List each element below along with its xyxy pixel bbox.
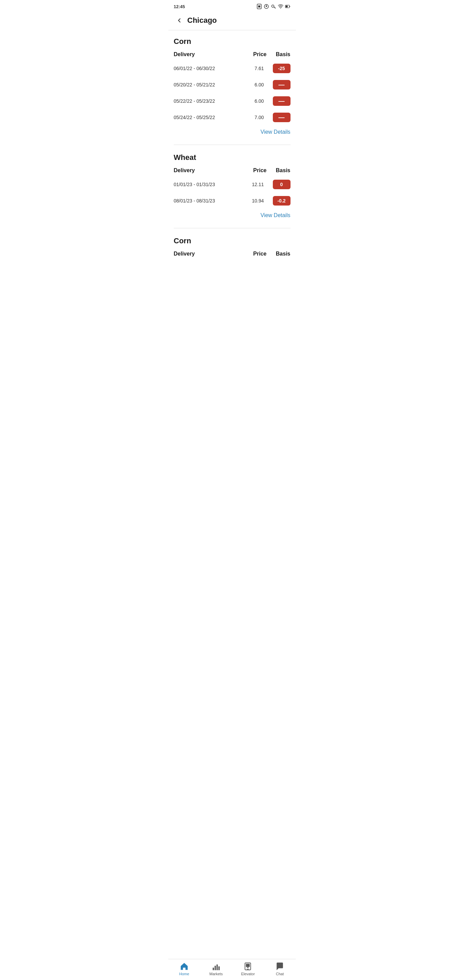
- price-cell: 7.61: [240, 66, 267, 71]
- price-cell: 6.00: [240, 82, 267, 88]
- price-cell: 7.00: [240, 115, 267, 120]
- view-details-wheat[interactable]: View Details: [174, 209, 291, 224]
- table-row: 06/01/22 - 06/30/22 7.61 -25: [174, 60, 291, 76]
- delivery-col-header: Delivery: [174, 251, 240, 257]
- wheat-section-title: Wheat: [174, 153, 291, 162]
- basis-badge: -25: [273, 64, 291, 73]
- table-row: 05/22/22 - 05/23/22 6.00 —: [174, 93, 291, 109]
- nav-elevator[interactable]: Elevator: [237, 962, 259, 976]
- delivery-col-header: Delivery: [174, 167, 240, 173]
- nav-chat[interactable]: Chat: [269, 962, 291, 976]
- svg-rect-10: [216, 964, 218, 970]
- chat-icon: [275, 962, 284, 971]
- page-title: Chicago: [188, 16, 217, 25]
- price-cell: 12.11: [240, 182, 267, 187]
- svg-point-3: [272, 5, 274, 8]
- table-row: 05/20/22 - 05/21/22 6.00 —: [174, 76, 291, 93]
- corn-section-title-2: Corn: [174, 237, 291, 245]
- svg-rect-6: [289, 6, 290, 7]
- table-row: 05/24/22 - 05/25/22 7.00 —: [174, 109, 291, 126]
- nav-markets[interactable]: Markets: [205, 962, 227, 976]
- basis-col-header: Basis: [267, 51, 291, 57]
- svg-rect-8: [213, 968, 214, 970]
- price-col-header: Price: [240, 51, 267, 57]
- delivery-cell: 05/22/22 - 05/23/22: [174, 98, 240, 104]
- basis-badge: -0.2: [273, 196, 291, 205]
- svg-rect-9: [214, 966, 216, 970]
- basis-cell: —: [267, 96, 291, 106]
- delivery-cell: 06/01/22 - 06/30/22: [174, 66, 240, 71]
- nav-markets-label: Markets: [210, 972, 223, 976]
- price-col-header: Price: [240, 251, 267, 257]
- corn-table-header-2: Delivery Price Basis: [174, 251, 291, 259]
- svg-rect-13: [246, 964, 250, 967]
- svg-rect-7: [286, 5, 288, 8]
- basis-cell: —: [267, 80, 291, 89]
- delivery-cell: 08/01/23 - 08/31/23: [174, 198, 240, 204]
- back-button[interactable]: [174, 15, 185, 26]
- status-bar: 12:45: [168, 0, 296, 12]
- main-content: Corn Delivery Price Basis 06/01/22 - 06/…: [168, 30, 296, 290]
- elevator-icon: [243, 962, 253, 971]
- delivery-cell: 05/20/22 - 05/21/22: [174, 82, 240, 88]
- wheat-section: Wheat Delivery Price Basis 01/01/23 - 01…: [174, 146, 291, 227]
- nav-chat-label: Chat: [276, 972, 284, 976]
- corn-section-title-1: Corn: [174, 37, 291, 46]
- svg-point-4: [280, 8, 281, 9]
- corn-section-1: Corn Delivery Price Basis 06/01/22 - 06/…: [174, 30, 291, 143]
- svg-rect-11: [218, 966, 220, 970]
- price-col-header: Price: [240, 167, 267, 173]
- basis-cell: —: [267, 113, 291, 122]
- basis-badge-dash: —: [273, 113, 291, 122]
- delivery-cell: 05/24/22 - 05/25/22: [174, 115, 240, 120]
- basis-badge: 0: [273, 180, 291, 189]
- table-row: 01/01/23 - 01/31/23 12.11 0: [174, 176, 291, 192]
- bottom-nav: Home Markets Elevator: [168, 959, 296, 980]
- delivery-cell: 01/01/23 - 01/31/23: [174, 182, 240, 187]
- nav-home[interactable]: Home: [173, 962, 195, 976]
- sim-icon: [256, 4, 262, 9]
- status-time: 12:45: [174, 4, 185, 9]
- section-divider-2: [174, 228, 291, 228]
- section-divider: [174, 145, 291, 145]
- markets-icon: [211, 962, 221, 971]
- table-row: 08/01/23 - 08/31/23 10.94 -0.2: [174, 192, 291, 209]
- status-icons: [256, 4, 291, 9]
- basis-col-header: Basis: [267, 167, 291, 173]
- view-details-link[interactable]: View Details: [261, 129, 291, 135]
- svg-rect-1: [258, 5, 260, 8]
- basis-cell: -25: [267, 64, 291, 73]
- basis-col-header: Basis: [267, 251, 291, 257]
- nav-home-label: Home: [179, 972, 189, 976]
- basis-cell: 0: [267, 180, 291, 189]
- corn-section-2: Corn Delivery Price Basis: [174, 230, 291, 262]
- basis-badge-dash: —: [273, 80, 291, 89]
- wifi-icon: [278, 4, 283, 9]
- corn-table-header-1: Delivery Price Basis: [174, 51, 291, 60]
- home-icon: [180, 962, 189, 971]
- basis-cell: -0.2: [267, 196, 291, 205]
- price-cell: 6.00: [240, 98, 267, 104]
- nav-elevator-label: Elevator: [241, 972, 255, 976]
- header: Chicago: [168, 12, 296, 30]
- basis-badge-dash: —: [273, 96, 291, 106]
- key-icon: [271, 4, 276, 9]
- view-details-link[interactable]: View Details: [261, 212, 291, 218]
- navigation-icon: [264, 4, 269, 9]
- wheat-table-header: Delivery Price Basis: [174, 167, 291, 176]
- back-arrow-icon: [176, 17, 183, 24]
- delivery-col-header: Delivery: [174, 51, 240, 57]
- battery-icon: [285, 4, 291, 9]
- price-cell: 10.94: [240, 198, 267, 204]
- view-details-corn-1[interactable]: View Details: [174, 126, 291, 140]
